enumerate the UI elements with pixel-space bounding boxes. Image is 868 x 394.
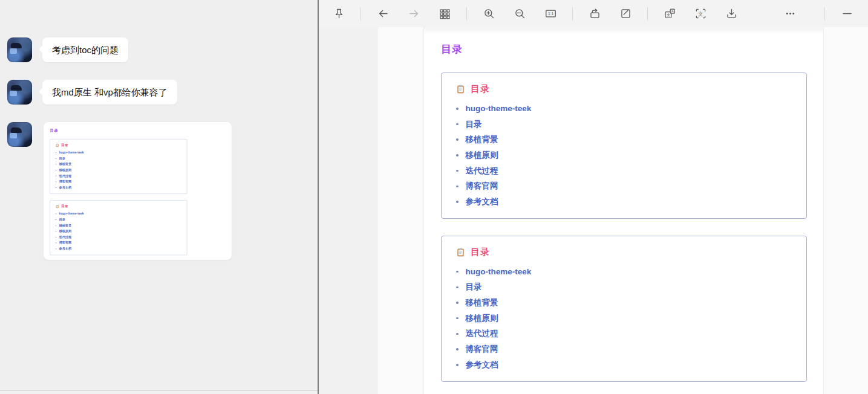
page-title: 目录 (441, 43, 823, 56)
svg-text:文: 文 (698, 11, 703, 17)
zoom-in-icon[interactable] (480, 5, 498, 23)
toc-list-item: 移植原则 (456, 147, 792, 163)
bullet-icon (456, 108, 458, 110)
bullet-icon (456, 302, 458, 304)
toc-box: 目录 hugo-theme-teek 目录 (441, 73, 807, 219)
bullet-icon (56, 175, 56, 176)
toc-list-item: hugo-theme-teek (456, 264, 792, 280)
minimize-icon[interactable] (838, 5, 856, 23)
toc-list-item: 目录 (456, 280, 792, 296)
avatar[interactable] (7, 80, 32, 105)
thumbnails-grid-icon[interactable] (436, 5, 454, 23)
back-icon[interactable] (374, 5, 392, 23)
toc-box: 目录 hugo-theme-teek (50, 139, 188, 194)
chat-image-message[interactable]: 目录 目录 (44, 122, 232, 260)
toolbar-separator (824, 7, 825, 21)
bullet-icon (56, 225, 56, 225)
zoom-out-icon[interactable] (511, 5, 529, 23)
clipboard-icon (456, 248, 465, 257)
toc-list-item: 目录 (56, 155, 181, 161)
toc-list-item: 参考文档 (456, 357, 792, 373)
svg-text:1:1: 1:1 (547, 11, 553, 16)
bullet-icon (456, 286, 458, 289)
clipboard-icon (56, 144, 59, 147)
bullet-icon (456, 333, 458, 335)
toc-list-item: 移植背景 (56, 222, 181, 228)
avatar[interactable] (7, 122, 32, 147)
bullet-icon (56, 187, 56, 188)
chat-panel: 考虑到toc的问题 我md原生 和vp都给你兼容了 目录 (0, 0, 318, 394)
avatar[interactable] (7, 37, 32, 62)
bullet-icon (456, 170, 458, 172)
bullet-icon (56, 181, 56, 182)
toc-list-item: hugo-theme-teek (56, 211, 181, 217)
toc-list-item: 移植背景 (56, 161, 181, 167)
bullet-icon (456, 123, 458, 126)
forward-icon[interactable] (405, 5, 423, 23)
toc-list-item: 目录 (56, 217, 181, 223)
thumbnail-document: 目录 目录 (44, 122, 216, 255)
chat-bubble[interactable]: 考虑到toc的问题 (42, 37, 128, 62)
bullet-icon (56, 237, 56, 237)
bullet-icon (56, 152, 56, 153)
toc-heading-label: 目录 (471, 247, 490, 258)
edit-icon[interactable] (616, 5, 635, 23)
toc-list-item: 目录 (456, 117, 792, 132)
toc-heading-label: 目录 (61, 204, 68, 208)
actual-size-icon[interactable]: 1:1 (541, 5, 560, 23)
toolbar-separator (647, 7, 648, 21)
viewer-toolbar: 1:1 文 A 文 (319, 0, 868, 27)
svg-text:文: 文 (666, 13, 670, 17)
toc-list-item: 迭代过程 (456, 163, 792, 179)
toc-list-item: 移植原则 (56, 167, 181, 173)
ocr-icon[interactable]: 文 (691, 5, 710, 23)
toc-list-item: 博客官网 (456, 178, 792, 194)
pin-icon[interactable] (330, 5, 348, 23)
bullet-icon (456, 364, 458, 366)
toc-list-item: 迭代过程 (56, 234, 181, 240)
toc-list-item: hugo-theme-teek (56, 150, 181, 156)
clipboard-icon (56, 205, 59, 208)
chat-bubble[interactable]: 我md原生 和vp都给你兼容了 (42, 80, 177, 105)
toc-list-item: 移植背景 (456, 132, 792, 147)
page-title: 目录 (50, 128, 217, 133)
toc-box: 目录 hugo-theme-teek (50, 200, 188, 255)
bullet-icon (56, 164, 56, 164)
toc-box: 目录 hugo-theme-teek 目录 (441, 236, 807, 382)
translate-icon[interactable]: 文 A (661, 5, 679, 23)
chat-message-row: 我md原生 和vp都给你兼容了 (7, 80, 177, 105)
chat-message-row: 考虑到toc的问题 (7, 37, 128, 62)
toc-list-item: 参考文档 (456, 194, 792, 210)
more-options-icon[interactable] (781, 5, 799, 23)
bullet-icon (56, 242, 56, 243)
toc-list-item: 移植原则 (56, 228, 181, 234)
toc-list-item: 参考文档 (56, 246, 181, 252)
toc-list-item: 迭代过程 (456, 326, 792, 342)
toc-list-item: 移植背景 (456, 295, 792, 311)
toc-list-item: hugo-theme-teek (456, 101, 792, 117)
toolbar-separator (466, 7, 467, 21)
bullet-icon (456, 138, 458, 141)
bullet-icon (456, 317, 458, 320)
bullet-icon (56, 158, 56, 159)
toc-list-item: 参考文档 (56, 185, 181, 191)
viewed-image[interactable]: 目录 目录 (378, 27, 868, 394)
toc-heading-label: 目录 (471, 83, 490, 95)
document-content-column: 目录 目录 (423, 27, 824, 394)
rotate-icon[interactable] (586, 5, 604, 23)
bullet-icon (56, 219, 56, 220)
bullet-icon (456, 271, 458, 273)
toolbar-separator (572, 7, 573, 21)
bullet-icon (56, 213, 56, 214)
toolbar-separator (361, 7, 361, 21)
toc-heading-label: 目录 (61, 143, 68, 147)
chat-message-row: 目录 目录 (7, 122, 232, 260)
svg-text:A: A (671, 10, 673, 13)
save-icon[interactable] (722, 5, 740, 23)
clipboard-icon (456, 85, 465, 94)
toc-list-item: 博客官网 (56, 240, 181, 246)
chat-input-divider (0, 390, 318, 394)
bullet-icon (456, 348, 458, 350)
bullet-icon (56, 231, 56, 231)
toc-list-item: 博客官网 (56, 179, 181, 185)
